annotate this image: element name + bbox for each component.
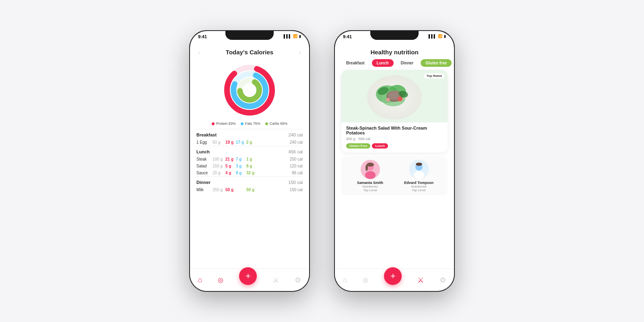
- svg-point-20: [367, 163, 374, 167]
- nutritionist-card-1[interactable]: Samanta Smith Nutritionist Top Level: [348, 160, 392, 192]
- settings-icon[interactable]: ⚙: [295, 276, 301, 285]
- screen-content-1: ‹ Today's Calories ›: [190, 47, 309, 268]
- tab-lunch[interactable]: Lunch: [372, 59, 394, 67]
- status-icons-2: ▌▌▌ 📶 ▮: [429, 34, 446, 38]
- battery-icon: ▮: [299, 34, 301, 38]
- recipe-tags: Gluten Free Lunch: [346, 143, 443, 149]
- home-icon-2[interactable]: ⌂: [343, 276, 347, 284]
- legend-fats: Fats 75%: [241, 122, 260, 126]
- notch-2: [370, 31, 419, 40]
- next-button[interactable]: ›: [299, 49, 301, 56]
- svg-point-26: [416, 163, 422, 166]
- settings-icon-2[interactable]: ⚙: [440, 276, 446, 285]
- prev-button[interactable]: ‹: [198, 49, 200, 56]
- nutritionist-name-2: Edvard Tompson: [404, 181, 433, 185]
- page-title-2: Healthy nutrition: [370, 49, 418, 56]
- tab-dinner[interactable]: Dinner: [396, 59, 419, 67]
- recipe-info: Steak-Spinach Salad With Sour-Cream Pota…: [341, 122, 448, 153]
- nutritionist-card-2[interactable]: Edvard Tompson Nutritionist Top Level: [396, 160, 441, 192]
- tab-gluten-free[interactable]: Gluten free: [421, 59, 452, 67]
- svg-point-19: [365, 171, 376, 179]
- tag-lunch[interactable]: Lunch: [372, 143, 388, 149]
- breakfast-section: Breakfast 240 cal: [196, 129, 303, 139]
- tab-breakfast[interactable]: Breakfast: [341, 59, 369, 67]
- calories-header: ‹ Today's Calories ›: [190, 47, 309, 59]
- food-icon[interactable]: ⚔: [272, 276, 279, 285]
- nutritionist-role-1: Nutritionist: [363, 185, 378, 188]
- table-row: Sauce 20 g 4 g 8 g 32 g 86 cal: [196, 169, 303, 176]
- chart-legend: Protein 83% Fats 75% Carbs 65%: [190, 120, 309, 129]
- table-row: Steak 100 g 21 g 7 g 1 g 250 cal: [196, 156, 303, 163]
- page-title-1: Today's Calories: [226, 49, 273, 56]
- nutrition-header: Healthy nutrition: [335, 47, 454, 59]
- legend-protein: Protein 83%: [212, 122, 236, 126]
- notch: [225, 31, 274, 40]
- phone-1: 9:41 ▌▌▌ 📶 ▮ ‹ Today's Calories ›: [189, 30, 310, 292]
- nutritionist-level-1: Top Level: [363, 188, 377, 192]
- lunch-section: Lunch 456 cal: [196, 146, 303, 156]
- legend-carbs: Carbs 65%: [265, 122, 288, 126]
- meal-log: Breakfast 240 cal 1 Egg 50 g 19 g 17 g 2…: [190, 129, 309, 268]
- nutritionist-role-2: Nutritionist: [411, 185, 427, 188]
- svg-point-21: [365, 165, 368, 171]
- add-button[interactable]: +: [239, 267, 257, 285]
- recipe-name: Steak-Spinach Salad With Sour-Cream Pota…: [346, 126, 443, 135]
- table-row: Milk 250 g 50 g 50 g 150 cal: [196, 186, 303, 193]
- home-icon[interactable]: ⌂: [198, 276, 202, 284]
- recipe-weight: 450 g: [346, 137, 355, 141]
- tag-gluten-free[interactable]: Gluten Free: [346, 143, 370, 149]
- nutritionists-section: Samanta Smith Nutritionist Top Level: [341, 157, 448, 195]
- screen-content-2: Healthy nutrition Breakfast Lunch Dinner…: [335, 47, 454, 268]
- recipe-meta: 450 g 568 cal: [346, 137, 443, 141]
- status-icons-1: ▌▌▌ 📶 ▮: [284, 34, 301, 38]
- filter-tabs: Breakfast Lunch Dinner Gluten free: [335, 59, 454, 70]
- battery-icon-2: ▮: [444, 34, 446, 38]
- lunch-label: Lunch: [196, 149, 210, 154]
- table-row: Salad 150 g 5 g 3 g 8 g 120 cal: [196, 163, 303, 169]
- avatar-2: [409, 160, 429, 179]
- top-rated-badge: Top Rated: [424, 73, 444, 78]
- wifi-icon: 📶: [293, 34, 297, 38]
- nutritionist-name-1: Samanta Smith: [357, 181, 383, 185]
- signal-icon-2: ▌▌▌: [429, 34, 436, 38]
- signal-icon: ▌▌▌: [284, 34, 291, 38]
- svg-rect-25: [417, 171, 421, 176]
- recipe-card[interactable]: Top Rated Steak-Spinach Salad With Sour-…: [341, 70, 448, 153]
- recipe-cal: 568 cal: [359, 137, 370, 141]
- activity-icon-2[interactable]: ◎: [363, 276, 368, 284]
- add-button-2[interactable]: +: [384, 267, 402, 285]
- breakfast-label: Breakfast: [196, 132, 217, 137]
- bottom-nav-1: ⌂ ◎ + ⚔ ⚙: [190, 268, 309, 291]
- breakfast-total-cal: 240 cal: [289, 132, 303, 137]
- dinner-total-cal: 150 cal: [289, 180, 303, 185]
- bottom-nav-2: ⌂ ◎ + ⚔ ⚙: [335, 268, 454, 291]
- recipe-image: Top Rated: [341, 70, 448, 122]
- svg-point-14: [386, 98, 390, 102]
- food-icon-2[interactable]: ⚔: [417, 276, 424, 285]
- lunch-total-cal: 456 cal: [289, 149, 303, 154]
- dinner-section: Dinner 150 cal: [196, 176, 303, 186]
- activity-icon[interactable]: ◎: [218, 276, 223, 284]
- dinner-label: Dinner: [196, 180, 211, 185]
- nutritionist-level-2: Top Level: [412, 188, 425, 192]
- avatar-1: [361, 160, 380, 179]
- status-time-2: 9:41: [343, 34, 352, 39]
- wifi-icon-2: 📶: [438, 34, 442, 38]
- status-time-1: 9:41: [198, 34, 207, 39]
- donut-chart: [190, 59, 309, 120]
- phone-2: 9:41 ▌▌▌ 📶 ▮ Healthy nutrition Breakfast…: [334, 30, 455, 292]
- svg-point-13: [398, 97, 402, 101]
- table-row: 1 Egg 50 g 19 g 17 g 2 g 240 cal: [196, 139, 303, 146]
